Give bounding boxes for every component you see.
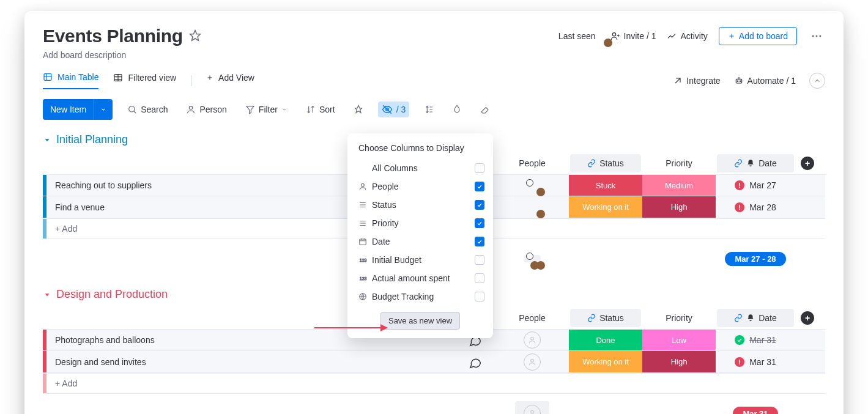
board-description[interactable]: Add board description <box>43 50 825 60</box>
priority-cell[interactable]: Low <box>642 330 716 350</box>
popover-checkbox[interactable] <box>475 237 484 246</box>
bell-icon <box>746 159 755 168</box>
popover-checkbox[interactable] <box>475 292 484 301</box>
separator <box>191 75 191 86</box>
chevron-down-icon <box>100 106 106 113</box>
column-header-status[interactable]: Status <box>570 154 641 172</box>
svg-marker-15 <box>45 139 50 141</box>
invite-button[interactable]: Invite / 1 <box>610 31 656 41</box>
filter-button[interactable]: Filter <box>242 102 291 117</box>
tab-filtered-view[interactable]: Filtered view <box>113 73 176 89</box>
search-button[interactable]: Search <box>124 102 171 117</box>
collapse-header-button[interactable] <box>809 73 825 89</box>
row-height-icon <box>424 105 434 114</box>
priority-cell[interactable]: High <box>642 351 716 372</box>
integrate-button[interactable]: Integrate <box>673 76 720 86</box>
status-cell[interactable]: Done <box>569 330 642 350</box>
new-item-dropdown[interactable] <box>94 99 113 120</box>
priority-cell[interactable]: High <box>642 196 716 218</box>
item-name[interactable]: Photographs and balloons <box>46 335 155 345</box>
color-button[interactable] <box>448 102 466 117</box>
sort-icon <box>306 105 316 114</box>
person-filter-button[interactable]: Person <box>182 102 230 117</box>
bell-icon <box>746 314 755 322</box>
popover-checkbox[interactable] <box>475 218 484 228</box>
person-empty-icon <box>524 405 541 414</box>
popover-checkbox[interactable] <box>475 182 484 191</box>
home-badge-icon <box>526 179 533 187</box>
height-button[interactable] <box>420 102 437 117</box>
date-cell[interactable]: !Mar 31 <box>716 357 795 367</box>
status-cell[interactable]: Working on it <box>569 351 642 372</box>
item-name[interactable]: Find a venue <box>46 202 105 212</box>
popover-item[interactable]: Budget Tracking <box>358 287 484 306</box>
board-title[interactable]: Events Planning <box>43 26 183 46</box>
add-column-button[interactable]: + <box>801 157 814 170</box>
column-header-priority[interactable]: Priority <box>642 158 716 168</box>
column-header-status[interactable]: Status <box>570 309 641 327</box>
popover-item[interactable]: Priority <box>358 214 484 232</box>
popover-checkbox[interactable] <box>475 255 484 265</box>
more-menu-button[interactable] <box>808 28 825 45</box>
column-header-date[interactable]: Date <box>717 154 794 172</box>
automate-button[interactable]: Automate / 1 <box>734 76 796 86</box>
popover-item[interactable]: Status <box>358 196 484 214</box>
add-column-button[interactable]: + <box>801 311 814 325</box>
date-summary-pill[interactable]: Mar 27 - 28 <box>725 252 785 266</box>
star-icon[interactable] <box>189 29 201 43</box>
item-name[interactable]: Reaching out to suppliers <box>46 180 152 190</box>
last-seen[interactable]: Last seen <box>558 31 599 41</box>
date-cell[interactable]: !Mar 27 <box>716 180 795 190</box>
svg-marker-12 <box>247 106 254 114</box>
pin-button[interactable] <box>350 102 367 117</box>
add-to-board-button[interactable]: Add to board <box>719 27 797 45</box>
table-row[interactable]: Design and send invites Working on it Hi… <box>43 351 825 373</box>
add-item-row[interactable]: + Add <box>43 373 825 394</box>
automate-label: Automate / 1 <box>747 76 796 86</box>
popover-item-label: Status <box>372 200 396 210</box>
date-summary-pill[interactable]: Mar 31 <box>733 407 777 415</box>
column-header-date[interactable]: Date <box>717 309 794 327</box>
date-value: Mar 31 <box>749 357 776 367</box>
date-cell[interactable]: Mar 31 <box>716 335 795 345</box>
priority-cell[interactable]: Medium <box>642 175 716 196</box>
filter-label: Filter <box>259 105 278 114</box>
activity-button[interactable]: Activity <box>667 31 707 41</box>
chat-icon[interactable] <box>469 356 482 371</box>
search-label: Search <box>141 105 168 114</box>
column-header-people[interactable]: People <box>495 158 569 168</box>
popover-item-label: Actual amount spent <box>372 273 450 283</box>
popover-item[interactable]: 123Initial Budget <box>358 251 484 269</box>
hide-columns-button[interactable]: / 3 <box>378 102 410 117</box>
tab-main-table[interactable]: Main Table <box>43 72 98 89</box>
popover-item[interactable]: 123Actual amount spent <box>358 269 484 287</box>
column-header-priority[interactable]: Priority <box>642 313 716 323</box>
eye-off-icon <box>382 104 393 115</box>
new-item-button[interactable]: New Item <box>43 99 113 120</box>
person-icon <box>528 358 536 366</box>
clean-button[interactable] <box>477 102 494 117</box>
svg-point-8 <box>737 81 738 81</box>
popover-item[interactable]: All Columns <box>358 159 484 177</box>
popover-checkbox[interactable] <box>475 163 484 173</box>
sort-button[interactable]: Sort <box>302 102 339 117</box>
date-cell[interactable]: !Mar 28 <box>716 202 795 212</box>
item-name[interactable]: Design and send invites <box>46 357 146 367</box>
status-cell[interactable]: Stuck <box>569 175 642 196</box>
popover-checkbox[interactable] <box>475 200 484 210</box>
popover-item[interactable]: Date <box>358 232 484 251</box>
save-as-new-view-button[interactable]: Save as new view <box>380 312 460 330</box>
people-summary[interactable] <box>495 401 569 414</box>
column-header-people[interactable]: People <box>495 313 569 323</box>
status-cell[interactable]: Working on it <box>569 196 642 218</box>
column-status-label: Status <box>599 313 624 323</box>
people-cell[interactable] <box>524 353 541 371</box>
people-cell[interactable] <box>524 331 541 349</box>
add-view-button[interactable]: Add View <box>206 73 254 89</box>
eraser-icon <box>480 105 490 114</box>
pin-icon <box>354 105 363 114</box>
popover-checkbox[interactable] <box>475 273 484 283</box>
people-summary[interactable] <box>495 255 569 262</box>
popover-item[interactable]: People <box>358 177 484 196</box>
group-name: Initial Planning <box>56 133 128 146</box>
